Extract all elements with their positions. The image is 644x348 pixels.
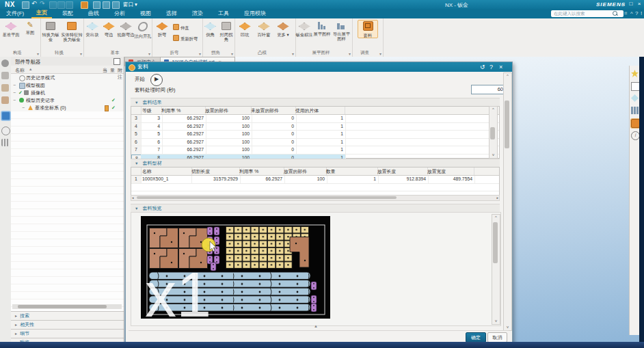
table-row[interactable]: 1 1000X500_1 31579.2929 66.2927 100 1 91…	[131, 176, 499, 184]
section-dependencies[interactable]: ▸相关性	[11, 320, 124, 329]
dialog-reset-icon[interactable]: ↺	[480, 64, 485, 70]
flat-pattern-view-icon[interactable]	[631, 107, 639, 114]
command-finder-star-icon[interactable]	[631, 70, 639, 77]
chamfer-button[interactable]: 倒角	[202, 21, 218, 37]
scrollbar-thumb[interactable]	[493, 222, 498, 263]
expander-icon[interactable]: −	[13, 81, 16, 89]
web-browser-icon[interactable]	[1, 111, 10, 120]
constraint-navigator-icon[interactable]	[1, 84, 9, 92]
column-name[interactable]: 名称	[15, 67, 25, 74]
convert-to-sheet-metal-button[interactable]: 转换为钣金	[40, 21, 61, 42]
cancel-button[interactable]: 取消	[487, 332, 507, 343]
louver-button[interactable]: 百叶窗	[254, 21, 274, 37]
start-nesting-button[interactable]: ▶	[150, 74, 163, 86]
stock-table-h-scrollbar[interactable]: ◂ ▸	[131, 195, 500, 201]
dialog-collapse-icon[interactable]: ▲	[309, 324, 323, 328]
expander-icon[interactable]: −	[13, 96, 16, 104]
menu-tab-tools[interactable]: 工具	[213, 9, 234, 18]
contour-flange-button[interactable]: 轮廓弯边	[116, 21, 135, 37]
cut-button[interactable]	[49, 1, 57, 9]
menu-tab-home[interactable]: 主页	[31, 9, 52, 18]
menu-tab-analysis[interactable]: 分析	[109, 9, 130, 18]
scrollbar-thumb[interactable]	[490, 127, 495, 139]
save-button[interactable]	[22, 1, 29, 9]
more-button[interactable]: 更多 ▾	[274, 21, 292, 37]
layers-icon[interactable]	[631, 94, 639, 102]
preview-section-header[interactable]: ▼ 套料预览	[131, 204, 500, 212]
tree-item-model-history[interactable]: − 模型历史记录 ✓	[11, 96, 124, 104]
sketch-button[interactable]: ✎ 草图	[22, 21, 38, 35]
help-icon[interactable]: ?	[635, 10, 638, 16]
table-row[interactable]: 5 5 66.2927 100 0 1	[131, 131, 499, 139]
dimple-button[interactable]: 凹坑	[236, 21, 254, 37]
menu-tab-view[interactable]: 视图	[135, 9, 156, 18]
expander-icon[interactable]: −	[22, 104, 25, 111]
preview-canvas[interactable]: x1	[141, 216, 330, 319]
menu-tab-file[interactable]: 文件(F)	[1, 9, 29, 18]
flange-button[interactable]: 弯边	[101, 21, 116, 37]
scrollbar-thumb[interactable]	[505, 101, 509, 148]
checkbox-checked-icon[interactable]: ✓	[18, 89, 23, 96]
dialog-titlebar[interactable]: 套料 ↺ ? ×	[126, 62, 512, 72]
tree-item-cameras[interactable]: − ✓ 摄像机	[11, 89, 124, 96]
undo-button[interactable]: ↶	[31, 0, 37, 7]
menu-tab-assembly[interactable]: 装配	[57, 9, 78, 18]
menu-tab-curve[interactable]: 曲线	[83, 9, 104, 18]
window-menu[interactable]: 窗口 ▾	[123, 1, 137, 8]
normal-cutout-button[interactable]: 法向开孔	[134, 21, 152, 38]
expander-icon[interactable]: −	[13, 89, 16, 96]
copy-button[interactable]	[57, 1, 65, 9]
sheet-metal-callout-button[interactable]: 钣金标注	[295, 21, 313, 37]
minimize-button[interactable]: –	[619, 1, 626, 8]
closed-corner-button[interactable]: 封闭拐角	[218, 21, 234, 42]
tab-button[interactable]: 突出块	[83, 21, 101, 37]
dialog-help-icon[interactable]: ?	[489, 64, 493, 70]
close-button[interactable]: ×	[636, 1, 643, 8]
tree-item-history-mode[interactable]: 历史记录模式	[11, 74, 124, 81]
sort-asc-icon[interactable]: ▲	[29, 67, 32, 71]
reuse-library-icon[interactable]	[1, 139, 9, 146]
settings-gear-icon[interactable]	[1, 59, 9, 67]
touch-mode-button[interactable]	[103, 1, 110, 9]
dialog-close-icon[interactable]: ×	[499, 64, 502, 70]
tree-item-datum-csys[interactable]: − 基准坐标系 (0) ✓	[11, 104, 124, 111]
history-icon[interactable]	[1, 126, 10, 135]
table-row[interactable]: 4 4 66.2927 100 0 1	[131, 123, 499, 131]
nesting-button[interactable]: 套料	[358, 20, 378, 38]
command-finder-button[interactable]	[81, 1, 88, 9]
export-flat-pattern-button[interactable]: 导出展平图样	[331, 21, 352, 42]
table-row[interactable]: 6 6 66.2927 100 0 1	[131, 139, 499, 147]
alert-icon[interactable]: !	[641, 10, 642, 16]
unbend-button[interactable]: 伸直	[173, 24, 189, 31]
preview-scrollbar[interactable]: ^ v	[492, 214, 500, 325]
results-section-header[interactable]: ▼ 套料结果	[131, 98, 500, 106]
solid-feature-to-sheet-metal-button[interactable]: 实体特征转换为钣金	[61, 21, 83, 42]
stock-section-header[interactable]: ▼ 套料型材	[131, 159, 500, 167]
column-c1[interactable]: 当	[103, 67, 107, 74]
table-row[interactable]: 3 3 66.2927 100 0 1	[131, 115, 499, 123]
layout-button[interactable]	[112, 1, 120, 9]
fullscreen-icon[interactable]: ⌗	[624, 10, 628, 17]
bend-button[interactable]: 折弯	[153, 21, 171, 37]
redo-button[interactable]: ↷	[40, 0, 45, 7]
table-row[interactable]: 7 7 66.2927 100 0 1	[131, 146, 499, 155]
paste-button[interactable]	[66, 1, 73, 9]
dialog-scrollbar[interactable]: ^ v	[503, 72, 512, 331]
column-c2[interactable]: 量	[110, 67, 115, 74]
pin-panel-icon[interactable]	[113, 58, 120, 65]
menu-tab-selection[interactable]: 选择	[161, 9, 182, 18]
maximize-button[interactable]: □	[628, 1, 634, 8]
navigator-h-scrollbar[interactable]	[12, 304, 122, 309]
menu-tab-render[interactable]: 渲染	[187, 9, 208, 18]
group-caret-icon[interactable]: ▾	[37, 51, 39, 56]
flat-pattern-button[interactable]: 展平图样	[313, 21, 331, 36]
ok-button[interactable]: 确定	[466, 332, 486, 343]
minimize-ribbon-icon[interactable]: ^	[630, 10, 633, 16]
results-table-scrollbar[interactable]: ^ v	[489, 106, 498, 159]
assembly-navigator-icon[interactable]	[1, 72, 9, 79]
section-search[interactable]: ▸搜索	[11, 311, 124, 320]
scrollbar-thumb[interactable]	[137, 196, 397, 199]
menu-tab-application[interactable]: 应用模块	[239, 9, 271, 18]
voice-command-button[interactable]	[93, 1, 100, 9]
section-details[interactable]: ▸细节	[11, 329, 124, 338]
